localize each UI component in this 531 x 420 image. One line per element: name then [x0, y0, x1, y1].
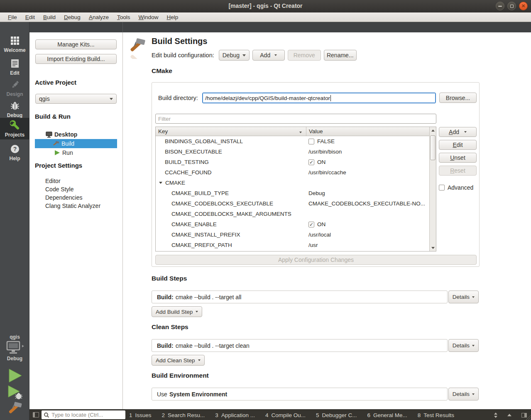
menu-file[interactable]: File	[4, 13, 21, 21]
nav-build-item[interactable]: Build	[35, 139, 117, 148]
toggle-sidebar-icon[interactable]	[33, 412, 39, 418]
cmake-row-bindings_global_install[interactable]: BINDINGS_GLOBAL_INSTALLFALSE	[156, 136, 429, 147]
mode-help[interactable]: ? Help	[0, 142, 29, 163]
chevron-down-icon	[274, 54, 277, 56]
output-pane-2[interactable]: 2Search Resu...	[162, 412, 205, 418]
cmake-row-cmake_enable[interactable]: CMAKE_ENABLE✓ON	[156, 219, 429, 230]
titlebar: [master] - qgis - Qt Creator ✕	[0, 0, 531, 12]
mode-edit[interactable]: Edit	[0, 56, 29, 78]
edit-build-config-label: Edit build configuration:	[152, 52, 214, 59]
manage-kits-button[interactable]: Manage Kits...	[35, 39, 117, 49]
build-directory-input[interactable]: /home/delazj/dev/cpp/QGIS/build-master-q…	[202, 93, 436, 103]
chevron-down-icon	[464, 131, 467, 133]
mode-debug[interactable]: Debug	[0, 98, 29, 120]
editor-tab-strip	[29, 22, 531, 32]
kit-selector-button[interactable]	[0, 341, 29, 357]
scroll-up-icon[interactable]	[430, 127, 436, 134]
filter-input[interactable]: Filter	[155, 114, 436, 124]
build-run-heading: Build & Run	[35, 113, 71, 120]
add-config-button[interactable]: Add	[252, 50, 285, 61]
run-icon	[7, 368, 23, 383]
locator-input[interactable]: Type to locate (Ctrl...	[42, 410, 125, 419]
maximize-button[interactable]	[507, 2, 516, 10]
kit-project-label: qgis	[0, 334, 29, 340]
cmake-row-ccache_found[interactable]: CCACHE_FOUND/usr/bin/ccache	[156, 167, 429, 178]
maximize-icon	[510, 5, 514, 8]
cmake-row-cmake_build_type[interactable]: CMAKE_BUILD_TYPEDebug	[156, 188, 429, 198]
cmake-row-cmake[interactable]: CMAKE	[156, 178, 429, 188]
menu-help[interactable]: Help	[163, 13, 182, 21]
add-variable-button[interactable]: Add	[439, 127, 477, 137]
resize-grip-icon[interactable]	[523, 412, 531, 420]
kit-desktop-item[interactable]: Desktop	[35, 130, 117, 139]
settings-item-dependencies[interactable]: Dependencies	[29, 193, 123, 202]
scrollbar-thumb[interactable]	[430, 135, 436, 160]
checkbox-icon[interactable]	[308, 139, 314, 144]
chevron-down-icon	[110, 98, 113, 100]
cmake-row-cmake_install_prefix[interactable]: CMAKE_INSTALL_PREFIX/usr/local	[156, 230, 429, 240]
close-button[interactable]: ✕	[519, 2, 528, 10]
checkbox-icon[interactable]: ✓	[308, 222, 314, 227]
build-step-details-button[interactable]: Details	[448, 291, 479, 303]
statusbar: Type to locate (Ctrl... 1Issues2Search R…	[29, 409, 531, 420]
scroll-down-icon[interactable]	[430, 244, 436, 251]
output-pane-5[interactable]: 5Debugger C...	[316, 412, 357, 418]
cmake-row-cmake_codeblocks_executable[interactable]: CMAKE_CODEBLOCKS_EXECUTABLECMAKE_CODEBLO…	[156, 198, 429, 209]
menu-window[interactable]: Window	[135, 13, 162, 21]
minimize-button[interactable]	[496, 2, 504, 10]
remove-config-button: Remove	[288, 50, 321, 61]
nav-run-item[interactable]: Run	[35, 148, 117, 157]
column-header-key[interactable]: Key	[156, 127, 306, 136]
browse-button[interactable]: Browse...	[439, 93, 477, 103]
advanced-checkbox[interactable]: Advanced	[439, 184, 473, 191]
output-pane-4[interactable]: 4Compile Ou...	[265, 412, 306, 418]
build-settings-panel: Build Settings Edit build configuration:…	[123, 32, 531, 409]
clean-step-row: Build: cmake --build . --target clean	[152, 339, 448, 352]
checkbox-icon[interactable]: ✓	[308, 159, 314, 165]
cmake-row-bison_executable[interactable]: BISON_EXECUTABLE/usr/bin/bison	[156, 147, 429, 157]
menu-debug[interactable]: Debug	[60, 13, 84, 21]
output-pane-1[interactable]: 1Issues	[129, 412, 152, 418]
monitor-icon	[4, 341, 26, 355]
settings-item-clang-static-analyzer[interactable]: Clang Static Analyzer	[29, 202, 123, 210]
unset-variable-button[interactable]: Unset	[439, 153, 477, 163]
rename-config-button[interactable]: Rename...	[324, 50, 357, 61]
output-pane-3[interactable]: 3Application ...	[215, 412, 255, 418]
build-environment-details-button[interactable]: Details	[448, 388, 479, 400]
add-clean-step-button[interactable]: Add Clean Step	[152, 355, 205, 366]
settings-item-code-style[interactable]: Code Style	[29, 185, 123, 193]
settings-item-editor[interactable]: Editor	[29, 177, 123, 185]
menu-build[interactable]: Build	[39, 13, 59, 21]
active-project-heading: Active Project	[35, 79, 76, 86]
cmake-row-cmake_prefix_path[interactable]: CMAKE_PREFIX_PATH/usr	[156, 240, 429, 250]
import-existing-build-button[interactable]: Import Existing Build...	[35, 54, 117, 64]
cmake-row-cmake_codeblocks_make_arguments[interactable]: CMAKE_CODEBLOCKS_MAKE_ARGUMENTS	[156, 209, 429, 219]
menu-analyze[interactable]: Analyze	[85, 13, 113, 21]
menu-tools[interactable]: Tools	[113, 13, 134, 21]
column-header-value[interactable]: Value	[306, 127, 436, 136]
run-button[interactable]	[0, 368, 29, 385]
active-project-combo[interactable]: qgis	[35, 94, 117, 104]
table-scrollbar[interactable]	[429, 127, 436, 251]
expand-arrow-icon[interactable]	[159, 182, 162, 184]
output-pane-8[interactable]: 8Test Results	[418, 412, 454, 418]
chevron-down-icon	[242, 54, 246, 56]
add-label: Add	[449, 129, 459, 135]
add-build-step-button[interactable]: Add Build Step	[152, 306, 202, 317]
maximize-pane-icon[interactable]	[507, 414, 511, 416]
output-pane-6[interactable]: 6General Me...	[367, 412, 407, 418]
mode-projects[interactable]: Projects	[0, 118, 29, 139]
build-button[interactable]	[0, 401, 29, 419]
edit-variable-button[interactable]: Edit	[439, 140, 477, 150]
table-header: Key Value	[156, 127, 436, 136]
output-panes: 1Issues2Search Resu...3Application ...4C…	[129, 410, 454, 420]
clean-step-details-button[interactable]: Details	[448, 339, 479, 352]
window-title: [master] - qgis - Qt Creator	[0, 2, 531, 9]
menu-edit[interactable]: Edit	[22, 13, 39, 21]
reset-variable-button: Reset	[439, 166, 477, 176]
debug-run-button[interactable]	[0, 385, 29, 402]
build-config-combo[interactable]: Debug	[219, 50, 250, 61]
arrange-panes-icon[interactable]	[494, 413, 497, 418]
mode-welcome[interactable]: Welcome	[0, 33, 29, 55]
cmake-row-build_testing[interactable]: BUILD_TESTING✓ON	[156, 157, 429, 167]
